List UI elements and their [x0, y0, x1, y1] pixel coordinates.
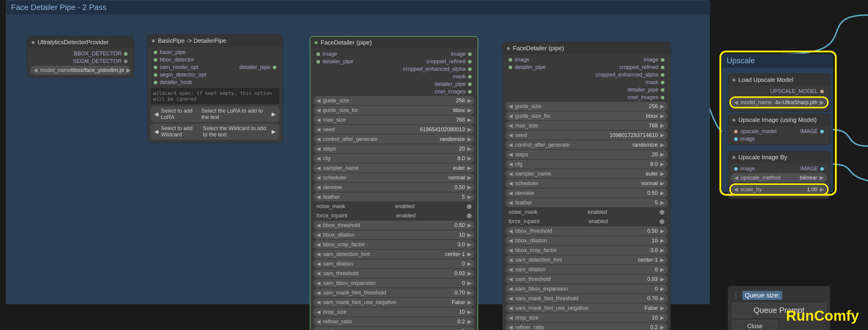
chevron-right-icon[interactable]: ▶	[467, 299, 472, 306]
chevron-right-icon[interactable]: ▶	[467, 184, 472, 191]
param-steps[interactable]: ◀steps20▶	[505, 150, 668, 159]
chevron-left-icon[interactable]: ◀	[316, 194, 320, 200]
toggle-circle-icon[interactable]	[467, 214, 472, 218]
param-sam_detection_hint[interactable]: ◀sam_detection_hintcenter-1▶	[505, 255, 668, 264]
chevron-right-icon[interactable]: ▶	[660, 276, 664, 282]
output-port[interactable]: image	[394, 50, 477, 58]
param-model-name[interactable]: ◀ model_name bbox/face_yolov8m.pt ▶	[30, 66, 130, 75]
chevron-left-icon[interactable]: ◀	[508, 305, 513, 311]
chevron-right-icon[interactable]: ▶	[660, 314, 664, 321]
param-sam_bbox_expansion[interactable]: ◀sam_bbox_expansion0▶	[313, 278, 474, 287]
output-port[interactable]: mask	[394, 73, 477, 80]
output-port[interactable]: cnet_images	[394, 88, 477, 95]
param-bbox_threshold[interactable]: ◀bbox_threshold0.50▶	[313, 221, 474, 230]
lora-select[interactable]: ◀Select to add LoRA Select the LoRA to a…	[151, 106, 279, 122]
chevron-left-icon[interactable]: ◀	[316, 328, 320, 330]
chevron-right-icon[interactable]: ▶	[467, 222, 472, 228]
chevron-right-icon[interactable]: ▶	[660, 305, 664, 311]
param-bbox_threshold[interactable]: ◀bbox_threshold0.50▶	[505, 226, 668, 236]
chevron-left-icon[interactable]: ◀	[508, 324, 513, 330]
chevron-left-icon[interactable]: ◀	[508, 161, 513, 167]
param-feather[interactable]: ◀feather5▶	[505, 198, 668, 207]
param-scheduler[interactable]: ◀schedulernormal▶	[313, 173, 474, 182]
chevron-right-icon[interactable]: ▶	[467, 290, 472, 296]
chevron-right-icon[interactable]: ▶	[467, 270, 472, 277]
chevron-left-icon[interactable]: ◀	[316, 260, 320, 267]
chevron-right-icon[interactable]: ▶	[467, 97, 472, 104]
chevron-left-icon[interactable]: ◀	[508, 151, 513, 158]
chevron-left-icon[interactable]: ◀	[508, 199, 513, 206]
input-port[interactable]: image	[503, 56, 587, 63]
chevron-left-icon[interactable]: ◀	[316, 155, 320, 162]
chevron-left-icon[interactable]: ◀	[33, 67, 38, 74]
chevron-right-icon[interactable]: ▶	[467, 318, 472, 325]
chevron-right-icon[interactable]: ▶	[467, 165, 472, 171]
chevron-right-icon[interactable]: ▶	[467, 251, 472, 257]
chevron-left-icon[interactable]: ◀	[316, 145, 320, 152]
input-port[interactable]: basic_pipe	[148, 49, 236, 56]
chevron-left-icon[interactable]: ◀	[508, 256, 513, 263]
chevron-right-icon[interactable]: ▶	[467, 309, 472, 315]
param-bbox_crop_factor[interactable]: ◀bbox_crop_factor3.0▶	[313, 240, 474, 249]
output-port[interactable]: image	[587, 56, 671, 63]
toggle-noise_mask[interactable]: noise_maskenabled	[505, 208, 668, 217]
param-max_size[interactable]: ◀max_size768▶	[505, 121, 668, 130]
param-bbox_dilation[interactable]: ◀bbox_dilation10▶	[313, 230, 474, 239]
chevron-left-icon[interactable]: ◀	[508, 180, 513, 187]
input-port[interactable]: segm_detector_opt	[148, 71, 236, 79]
param-sam_threshold[interactable]: ◀sam_threshold0.93▶	[505, 275, 668, 284]
chevron-right-icon[interactable]: ▶	[467, 280, 472, 286]
param-sam_dilation[interactable]: ◀sam_dilation0▶	[313, 259, 474, 268]
param-control_after_generate[interactable]: ◀control_after_generaterandomize▶	[505, 140, 668, 149]
input-port[interactable]: image	[310, 50, 394, 58]
close-button[interactable]: Close	[732, 320, 778, 330]
param-steps[interactable]: ◀steps20▶	[313, 144, 474, 153]
chevron-left-icon[interactable]: ◀	[316, 251, 320, 257]
param-seed[interactable]: ◀seed1098017293714610▶	[505, 131, 668, 140]
chevron-left-icon[interactable]: ◀	[316, 290, 320, 296]
toggle-noise_mask[interactable]: noise_maskenabled	[313, 202, 474, 211]
chevron-right-icon[interactable]: ▶	[467, 194, 472, 200]
node-upscale-image-by[interactable]: Upscale Image By image IMAGE ◀upscale_me…	[728, 151, 830, 199]
chevron-left-icon[interactable]: ◀	[508, 266, 513, 273]
param-cfg[interactable]: ◀cfg8.0▶	[505, 160, 668, 169]
chevron-right-icon[interactable]: ▶	[660, 161, 664, 167]
chevron-left-icon[interactable]: ◀	[508, 228, 513, 234]
param-cfg[interactable]: ◀cfg8.0▶	[313, 154, 474, 163]
chevron-right-icon[interactable]: ▶	[660, 285, 664, 292]
param-guide_size_for[interactable]: ◀guide_size_forbbox▶	[313, 106, 474, 115]
param-sam_bbox_expansion[interactable]: ◀sam_bbox_expansion0▶	[505, 284, 668, 293]
chevron-left-icon[interactable]: ◀	[316, 241, 320, 248]
toggle-force_inpaint[interactable]: force_inpaintenabled	[313, 211, 474, 220]
chevron-left-icon[interactable]: ◀	[316, 309, 320, 315]
chevron-left-icon[interactable]: ◀	[316, 299, 320, 306]
chevron-right-icon[interactable]: ▶	[660, 113, 664, 119]
param-guide_size_for[interactable]: ◀guide_size_forbbox▶	[505, 111, 668, 120]
chevron-right-icon[interactable]: ▶	[126, 67, 130, 74]
chevron-right-icon[interactable]: ▶	[660, 237, 664, 244]
param-sampler_name[interactable]: ◀sampler_nameeuler▶	[505, 169, 668, 178]
chevron-right-icon[interactable]: ▶	[467, 155, 472, 162]
wildcard-select[interactable]: ◀Select to add Wildcard Select the Wildc…	[151, 123, 279, 140]
param-sam_detection_hint[interactable]: ◀sam_detection_hintcenter-1▶	[313, 250, 474, 259]
param-sam_mask_hint_threshold[interactable]: ◀sam_mask_hint_threshold0.70▶	[313, 288, 474, 297]
chevron-right-icon[interactable]: ▶	[660, 103, 664, 110]
node-ultralytics-detector[interactable]: UltralyticsDetectorProvider BBOX_DETECTO…	[27, 36, 134, 77]
chevron-left-icon[interactable]: ◀	[316, 318, 320, 325]
param-seed[interactable]: ◀seed619654102080013▶	[313, 125, 474, 134]
param-scheduler[interactable]: ◀schedulernormal▶	[505, 179, 668, 188]
input-port[interactable]: detailer_pipe	[503, 63, 587, 71]
chevron-right-icon[interactable]: ▶	[660, 295, 664, 302]
toggle-circle-icon[interactable]	[467, 204, 472, 209]
param-refiner_ratio[interactable]: ◀refiner_ratio0.2▶	[505, 323, 668, 330]
chevron-left-icon[interactable]: ◀	[316, 280, 320, 286]
param-denoise[interactable]: ◀denoise0.50▶	[505, 189, 668, 197]
wildcard-text[interactable]: wildcard spec: if kept empty, this optio…	[151, 88, 279, 104]
input-port[interactable]: detailer_pipe	[310, 58, 394, 65]
chevron-right-icon[interactable]: ▶	[660, 228, 664, 234]
chevron-right-icon[interactable]: ▶	[660, 141, 664, 148]
chevron-left-icon[interactable]: ◀	[508, 276, 513, 282]
input-port[interactable]: detailer_hook	[148, 79, 236, 86]
output-port[interactable]: cnet_images	[587, 94, 671, 101]
chevron-left-icon[interactable]: ◀	[316, 97, 320, 104]
